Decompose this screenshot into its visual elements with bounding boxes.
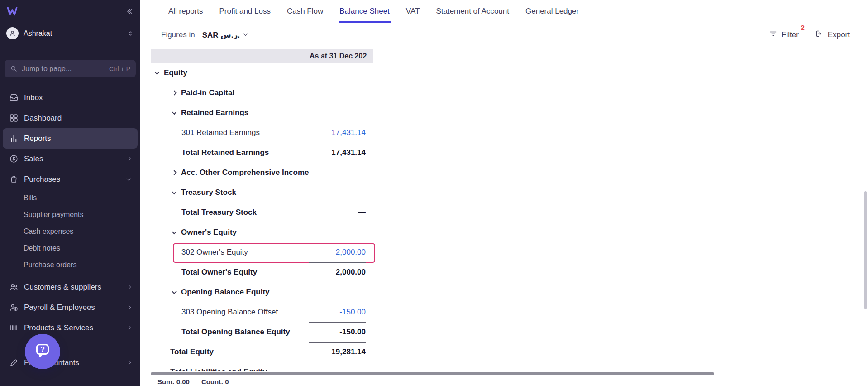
report-row-opening-balance-equity[interactable]: Opening Balance Equity: [151, 282, 373, 302]
report-row-total-equity: Total Equity19,281.14: [151, 342, 373, 362]
account-label-cell: Opening Balance Equity: [151, 282, 309, 302]
tab-vat[interactable]: VAT: [405, 0, 421, 23]
account-label-cell: Paid-in Capital: [151, 83, 309, 103]
report-row-302-owner-s-equity[interactable]: 302 Owner's Equity2,000.00: [151, 242, 373, 262]
sidebar-item-customers-suppliers[interactable]: Customers & suppliers: [3, 277, 138, 297]
sidebar-subitem-supplier-payments[interactable]: Supplier payments: [0, 206, 140, 223]
account-balance-link[interactable]: -150.00: [339, 308, 366, 317]
sidebar-subitem-debit-notes[interactable]: Debit notes: [0, 240, 140, 256]
report-row-301-retained-earnings[interactable]: 301 Retained Earnings17,431.14: [151, 123, 373, 143]
balance-sheet-table: As at 31 Dec 202 EquityPaid-in CapitalRe…: [151, 49, 373, 371]
sidebar-subitem-bills[interactable]: Bills: [0, 189, 140, 206]
chevron-right-icon: [172, 91, 181, 95]
report-row-owner-s-equity[interactable]: Owner's Equity: [151, 222, 373, 242]
sidebar-item-label: Purchases: [24, 175, 60, 184]
row-label: Total Treasury Stock: [181, 208, 257, 217]
sidebar-subitem-label: Debit notes: [24, 244, 60, 252]
inbox-icon: [9, 93, 19, 102]
chevron-right-icon: [127, 305, 131, 310]
chevron-right-icon: [172, 171, 181, 174]
sidebar-item-products-services[interactable]: Products & Services: [3, 318, 138, 338]
vertical-scrollbar-thumb[interactable]: [864, 191, 867, 309]
sidebar-item-inbox[interactable]: Inbox: [3, 87, 138, 108]
account-label-cell: Total Owner's Equity: [151, 262, 309, 282]
tab-balance-sheet[interactable]: Balance Sheet: [339, 0, 391, 23]
tab-statement-of-account[interactable]: Statement of Account: [435, 0, 510, 23]
amount-cell: [309, 63, 373, 83]
amount-cell: [309, 83, 373, 103]
table-header: As at 31 Dec 202: [151, 49, 373, 63]
amount-cell: [309, 362, 373, 371]
sidebar-item-sales[interactable]: Sales: [3, 149, 138, 169]
report-row-treasury-stock[interactable]: Treasury Stock: [151, 183, 373, 203]
purchases-icon: [9, 174, 19, 184]
report-row-equity[interactable]: Equity: [151, 63, 373, 83]
app-window: Ashrakat Jump to page... Ctrl + P InboxD…: [0, 0, 868, 386]
report-toolbar: Figures in SAR ر.س. Filter 2 Export: [140, 23, 868, 47]
amount-cell: -150.00: [309, 322, 373, 342]
user-switcher[interactable]: Ashrakat: [0, 22, 140, 44]
report-row-total-liabilities-and-equity: Total Liabilities and Equity: [151, 362, 373, 371]
report-tabs: All reportsProfit and LossCash FlowBalan…: [140, 0, 868, 23]
account-balance-link[interactable]: 17,431.14: [331, 128, 366, 137]
sidebar-subitem-purchase-orders[interactable]: Purchase orders: [0, 256, 140, 273]
account-label-cell: Retained Earnings: [151, 103, 309, 123]
tab-cash-flow[interactable]: Cash Flow: [286, 0, 324, 23]
jump-to-page-search[interactable]: Jump to page... Ctrl + P: [5, 60, 136, 77]
account-balance-link[interactable]: 2,000.00: [336, 248, 366, 257]
filter-button[interactable]: Filter 2: [769, 29, 799, 40]
sidebar-item-label: Dashboard: [24, 114, 62, 123]
row-value: —: [358, 208, 366, 217]
report-row-retained-earnings[interactable]: Retained Earnings: [151, 103, 373, 123]
sidebar-item-label: Customers & suppliers: [24, 283, 101, 292]
sidebar-item-for-accountants[interactable]: For accountants: [3, 352, 138, 373]
tab-label: Profit and Loss: [219, 7, 271, 16]
amount-cell: 19,281.14: [309, 342, 373, 362]
sidebar-item-purchases[interactable]: Purchases: [3, 169, 138, 189]
report-row-paid-in-capital[interactable]: Paid-in Capital: [151, 83, 373, 103]
sidebar-subitem-cash-expenses[interactable]: Cash expenses: [0, 223, 140, 240]
account-label-cell: 303 Opening Balance Offset: [151, 302, 309, 322]
sidebar-item-dashboard[interactable]: Dashboard: [3, 108, 138, 128]
row-label: Opening Balance Equity: [181, 288, 270, 297]
search-icon: [10, 65, 18, 72]
chevron-down-icon: [155, 71, 164, 75]
toolbar-actions: Filter 2 Export: [769, 29, 850, 40]
tab-all-reports[interactable]: All reports: [167, 0, 204, 23]
row-label: Total Owner's Equity: [181, 268, 257, 277]
row-label: Acc. Other Comprehensive Income: [181, 168, 309, 177]
tab-label: Statement of Account: [436, 7, 509, 16]
sidebar-item-payroll-employees[interactable]: Payroll & Employees: [3, 297, 138, 318]
row-label: 303 Opening Balance Offset: [181, 308, 278, 317]
reports-icon: [9, 134, 19, 143]
horizontal-scrollbar: [140, 371, 868, 377]
row-label: Treasury Stock: [181, 188, 236, 197]
status-bar: Sum: 0.00 Count: 0: [140, 377, 868, 386]
currency-selector[interactable]: SAR ر.س.: [202, 30, 247, 40]
sidebar-item-label: Payroll & Employees: [24, 303, 95, 312]
payroll-icon: [9, 303, 19, 312]
sidebar-nav: InboxDashboardReportsSalesPurchasesBills…: [0, 87, 140, 373]
search-shortcut: Ctrl + P: [109, 65, 130, 72]
customers-icon: [9, 282, 19, 292]
export-button[interactable]: Export: [815, 29, 850, 40]
report-row-acc-other-comprehensive-income[interactable]: Acc. Other Comprehensive Income: [151, 163, 373, 183]
chevron-down-icon: [172, 231, 181, 234]
collapse-double-chevron-icon[interactable]: [125, 7, 134, 16]
main-panel: All reportsProfit and LossCash FlowBalan…: [140, 0, 868, 386]
tab-label: General Ledger: [525, 7, 579, 16]
filter-label: Filter: [782, 30, 799, 39]
amount-cell: [309, 103, 373, 123]
row-label: Paid-in Capital: [181, 88, 234, 97]
filter-icon: [769, 29, 777, 40]
wafeq-logo[interactable]: [5, 5, 19, 17]
tab-profit-and-loss[interactable]: Profit and Loss: [219, 0, 272, 23]
sidebar-item-reports[interactable]: Reports: [3, 128, 138, 149]
sales-icon: [9, 154, 19, 164]
total-rule: [309, 143, 366, 143]
account-label-cell: Equity: [151, 63, 309, 83]
horizontal-scrollbar-thumb[interactable]: [151, 372, 714, 375]
report-row-303-opening-balance-offset[interactable]: 303 Opening Balance Offset-150.00: [151, 302, 373, 322]
tab-general-ledger[interactable]: General Ledger: [525, 0, 580, 23]
help-button[interactable]: ?: [25, 334, 60, 369]
